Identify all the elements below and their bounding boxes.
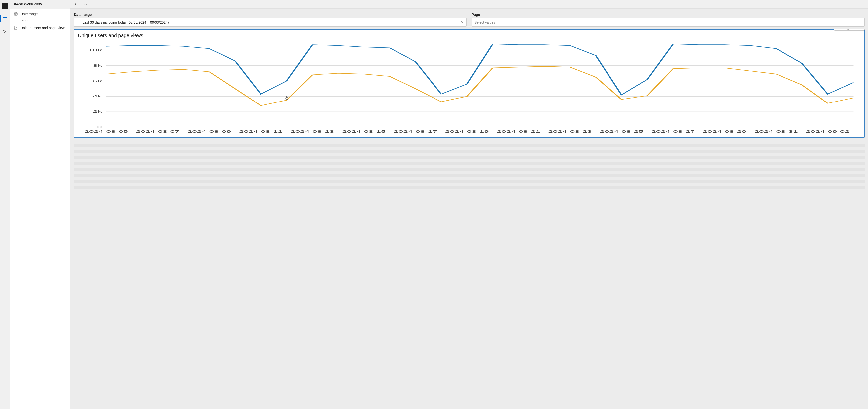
page-select[interactable]: Select values xyxy=(472,18,865,27)
svg-text:2024-08-31: 2024-08-31 xyxy=(754,130,798,133)
svg-text:10k: 10k xyxy=(88,48,102,52)
date-range-input[interactable]: Last 30 days including today (08/05/2024… xyxy=(74,18,467,27)
filter-label: Page xyxy=(472,13,865,17)
chart-icon xyxy=(14,26,18,30)
chart-plot-area[interactable]: 02k4k6k8k10k2024-08-052024-08-072024-08-… xyxy=(78,40,861,135)
filter-date-range: Date range Last 30 days including today … xyxy=(74,13,467,27)
svg-text:2024-08-09: 2024-08-09 xyxy=(187,130,231,133)
sidebar-item-label: Date range xyxy=(21,12,38,16)
filters-row: Date range Last 30 days including today … xyxy=(70,9,868,29)
date-range-value: Last 30 days including today (08/05/2024… xyxy=(83,21,169,24)
page-placeholder: Select values xyxy=(474,21,495,24)
svg-text:2024-08-23: 2024-08-23 xyxy=(548,130,592,133)
interaction-tab-icon[interactable] xyxy=(2,29,8,35)
sidebar-item-date-range[interactable]: 31 Date range xyxy=(10,10,70,18)
svg-text:2024-08-15: 2024-08-15 xyxy=(342,130,385,133)
svg-rect-5 xyxy=(77,21,80,24)
chart-card[interactable]: 1 Unique users and page views 02k4k6k8k1… xyxy=(74,29,865,138)
calendar-icon: 31 xyxy=(14,12,18,16)
skeleton-placeholder xyxy=(74,144,865,189)
svg-text:2024-08-13: 2024-08-13 xyxy=(290,130,334,133)
svg-text:2024-08-19: 2024-08-19 xyxy=(445,130,489,133)
sidebar-item-chart[interactable]: Unique users and page views xyxy=(10,24,70,31)
sidebar-item-label: Page xyxy=(21,19,29,23)
sidebar-item-page[interactable]: Page xyxy=(10,18,70,24)
sidebar-items: 31 Date range Page Unique users and page… xyxy=(10,9,70,33)
svg-text:31: 31 xyxy=(15,14,17,15)
svg-text:2024-08-25: 2024-08-25 xyxy=(600,130,643,133)
svg-point-4 xyxy=(14,22,15,22)
filter-badge: 1 xyxy=(847,29,848,30)
sidebar-title: PAGE OVERVIEW xyxy=(10,0,70,9)
sidebar-item-label: Unique users and page views xyxy=(21,26,66,30)
svg-text:4k: 4k xyxy=(93,95,102,98)
redo-button[interactable] xyxy=(83,1,88,7)
list-icon xyxy=(14,19,18,23)
history-toolbar xyxy=(70,0,868,9)
svg-text:2024-08-11: 2024-08-11 xyxy=(239,130,283,133)
svg-text:2024-08-05: 2024-08-05 xyxy=(85,130,128,133)
chart-toolbar: 1 xyxy=(834,29,865,31)
svg-text:2024-08-27: 2024-08-27 xyxy=(651,130,695,133)
sidebar: PAGE OVERVIEW 31 Date range Page Unique … xyxy=(10,0,70,409)
svg-text:2024-08-21: 2024-08-21 xyxy=(497,130,540,133)
svg-point-3 xyxy=(14,21,15,21)
add-button[interactable] xyxy=(2,3,8,9)
svg-point-2 xyxy=(14,20,15,20)
outline-tab-icon[interactable] xyxy=(2,16,8,22)
main: Date range Last 30 days including today … xyxy=(70,0,868,409)
canvas: 1 Unique users and page views 02k4k6k8k1… xyxy=(70,29,868,409)
svg-text:6k: 6k xyxy=(93,79,102,83)
left-rail xyxy=(0,0,10,409)
svg-text:0: 0 xyxy=(97,125,102,129)
svg-text:2024-09-02: 2024-09-02 xyxy=(806,130,849,133)
svg-text:2024-08-07: 2024-08-07 xyxy=(136,130,180,133)
chart-title: Unique users and page views xyxy=(78,33,861,38)
svg-text:8k: 8k xyxy=(93,64,102,67)
undo-button[interactable] xyxy=(74,1,79,7)
filter-page: Page Select values xyxy=(472,13,865,27)
svg-text:2024-08-17: 2024-08-17 xyxy=(394,130,437,133)
svg-text:2024-08-29: 2024-08-29 xyxy=(703,130,746,133)
svg-text:2k: 2k xyxy=(93,110,102,113)
calendar-icon xyxy=(76,21,81,24)
filter-label: Date range xyxy=(74,13,467,17)
clear-icon[interactable]: ✕ xyxy=(461,20,464,25)
